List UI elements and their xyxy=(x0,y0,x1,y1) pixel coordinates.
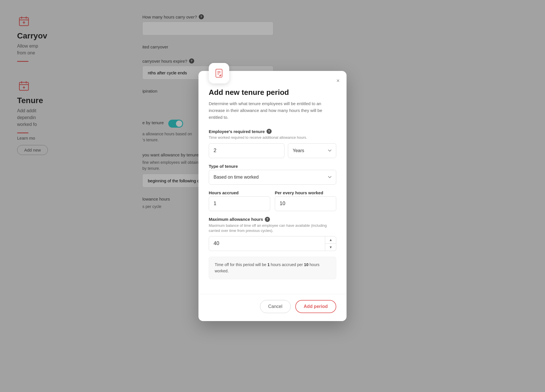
modal-icon-wrapper xyxy=(209,63,229,83)
modal-overlay: × Add new tenure period Determine with w… xyxy=(0,0,545,392)
modal-close-button[interactable]: × xyxy=(335,77,341,85)
hours-row: Hours accrued Per every hours worked xyxy=(209,190,336,211)
info-box: Time off for this period will be 1 hours… xyxy=(209,257,336,279)
tenure-number-input[interactable] xyxy=(209,143,284,158)
modal-body: Add new tenure period Determine with wha… xyxy=(198,71,347,294)
add-tenure-modal: × Add new tenure period Determine with w… xyxy=(198,71,347,321)
hours-accrued-label: Hours accrued xyxy=(209,190,270,195)
per-every-hours-input[interactable] xyxy=(275,196,336,211)
max-allowance-input-wrap: ▲ ▼ xyxy=(209,236,336,251)
modal-footer: Cancel Add period xyxy=(198,294,347,321)
hours-accrued-field: Hours accrued xyxy=(209,190,270,211)
max-allowance-sublabel: Maximum balance of time off an employee … xyxy=(209,223,336,233)
info-text-mid: hours accrued per xyxy=(270,262,304,267)
max-allowance-input[interactable] xyxy=(209,236,336,251)
document-edit-icon xyxy=(214,68,224,79)
modal-title: Add new tenure period xyxy=(209,88,336,97)
type-of-tenure-select[interactable]: Based on time worked Based on employment… xyxy=(209,170,336,185)
tenure-unit-select[interactable]: Years Months Days xyxy=(288,143,336,158)
info-hours-worked: 10 xyxy=(304,262,309,267)
tenure-input-row: Years Months Days xyxy=(209,143,336,158)
max-allowance-help-icon: ? xyxy=(265,217,270,222)
per-every-hours-field: Per every hours worked xyxy=(275,190,336,211)
type-of-tenure-label: Type of tenure xyxy=(209,164,336,169)
spinner-up-button[interactable]: ▲ xyxy=(325,236,336,244)
hours-accrued-input[interactable] xyxy=(209,196,270,211)
cancel-button[interactable]: Cancel xyxy=(260,300,291,313)
svg-rect-11 xyxy=(216,69,222,77)
spinner-buttons: ▲ ▼ xyxy=(325,236,336,251)
employee-tenure-sublabel: Time worked required to receive addition… xyxy=(209,135,336,140)
info-hours-accrued: 1 xyxy=(267,262,270,267)
employee-tenure-help-icon: ? xyxy=(267,129,272,134)
add-period-button[interactable]: Add period xyxy=(295,300,336,313)
employee-tenure-label: Employee's required tenure ? xyxy=(209,129,336,134)
per-every-hours-label: Per every hours worked xyxy=(275,190,336,195)
modal-description: Determine with what tenure employees wil… xyxy=(209,100,336,121)
info-text-prefix: Time off for this period will be xyxy=(215,262,267,267)
max-allowance-label: Maximum allowance hours ? xyxy=(209,217,336,222)
spinner-down-button[interactable]: ▼ xyxy=(325,244,336,251)
